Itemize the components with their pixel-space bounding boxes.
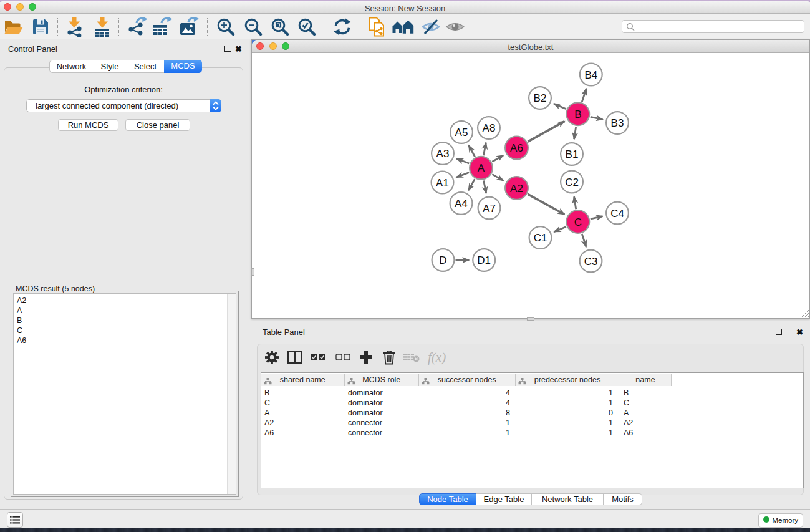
svg-text:B3: B3: [611, 117, 624, 129]
svg-text:B2: B2: [534, 92, 547, 104]
svg-text:D1: D1: [477, 254, 491, 266]
svg-text:A5: A5: [455, 127, 468, 138]
svg-text:C: C: [574, 216, 582, 228]
svg-text:B: B: [574, 109, 581, 120]
svg-text:A7: A7: [483, 203, 496, 215]
svg-text:B1: B1: [566, 148, 579, 160]
svg-text:D: D: [439, 254, 446, 266]
svg-text:C1: C1: [534, 232, 547, 244]
svg-text:C2: C2: [565, 177, 579, 188]
svg-text:A2: A2: [510, 183, 523, 195]
svg-text:A: A: [478, 162, 485, 174]
svg-text:A4: A4: [455, 198, 468, 210]
svg-text:A1: A1: [436, 177, 449, 189]
svg-text:C4: C4: [610, 208, 624, 220]
svg-text:B4: B4: [584, 69, 597, 81]
svg-text:A3: A3: [436, 148, 450, 160]
svg-text:A8: A8: [483, 122, 496, 134]
svg-text:A6: A6: [510, 142, 523, 154]
svg-text:C3: C3: [584, 256, 598, 268]
